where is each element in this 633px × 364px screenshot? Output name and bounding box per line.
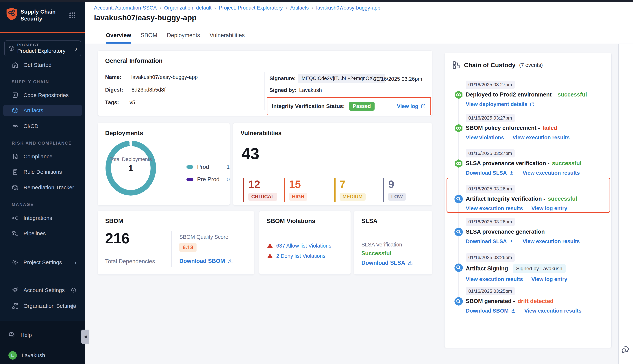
event-timestamp: 01/16/2025 03:26pm (466, 185, 515, 193)
sidebar-item-code-repositories[interactable]: Code Repositories (3, 90, 82, 101)
download-icon (509, 170, 514, 176)
view-execution-results-link[interactable]: View execution results (522, 238, 580, 244)
critical-badge: CRITICAL (248, 193, 277, 201)
tags-value: v5 (130, 100, 135, 106)
sidebar: Supply Chain Security PROJECT Product Ex… (0, 2, 85, 364)
info-icon (71, 303, 76, 309)
sbom-search-icon (454, 296, 464, 306)
sidebar-item-rule-definitions[interactable]: Rule Definitions (3, 166, 82, 178)
deny-list-violations-link[interactable]: 2 Deny list Violations (276, 253, 326, 259)
event-timestamp: 01/16/2025 03:25pm (466, 287, 515, 295)
prod-legend-value: 1 (226, 164, 230, 170)
sbom-total-label: Total Dependencies (105, 258, 155, 265)
allow-list-violations-link[interactable]: 637 Allow list Violations (276, 243, 331, 249)
event-status: successful (552, 160, 581, 166)
sidebar-collapse-handle[interactable]: ◀ (81, 330, 90, 344)
view-execution-results-link[interactable]: View execution results (524, 308, 582, 314)
breadcrumb-project[interactable]: Project: Product Exploratory (219, 5, 283, 11)
preprod-legend-swatch (186, 178, 194, 181)
integrations-share-icon (12, 214, 19, 222)
view-execution-results-link[interactable]: View execution results (512, 134, 570, 140)
signature-value-chip: MEQCICde2VjIT...bL+2+mqnOXw== (298, 74, 385, 83)
breadcrumb-artifacts[interactable]: Artifacts (290, 5, 308, 11)
high-count: 15 (289, 178, 307, 190)
slsa-card: SLSA SLSA Verification Successful Downlo… (354, 211, 432, 275)
event-timestamp: 01/16/2025 03:26pm (466, 254, 515, 262)
app-switcher-grid-icon[interactable] (68, 12, 76, 19)
download-slsa-link[interactable]: Download SLSA (466, 238, 514, 244)
breadcrumb-current[interactable]: lavakush07/easy-buggy-app (316, 5, 380, 11)
download-slsa-link[interactable]: Download SLSA (466, 170, 514, 176)
sidebar-item-remediation-tracker[interactable]: Remediation Tracker (3, 182, 82, 193)
tab-vulnerabilities[interactable]: Vulnerabilities (210, 27, 245, 44)
event-timestamp: 01/16/2025 03:27pm (466, 80, 515, 89)
window-top-strip (0, 0, 633, 2)
right-gutter (619, 44, 633, 364)
event-timestamp: 01/16/2025 03:27pm (466, 149, 515, 158)
view-execution-results-link[interactable]: View execution results (522, 170, 580, 176)
view-deployment-details-link[interactable]: View deployment details (466, 101, 535, 107)
project-selector[interactable]: PROJECT Product Exploratory › (4, 40, 81, 56)
sidebar-item-artifacts[interactable]: Artifacts (3, 105, 82, 116)
breadcrumb-organization[interactable]: Organization: default (164, 5, 211, 11)
preprod-legend-value: 0 (226, 176, 230, 182)
chevron-right-icon: › (74, 259, 76, 266)
chain-events-count: (7 events) (519, 62, 543, 68)
sidebar-section-manage: MANAGE (12, 202, 34, 207)
event-timestamp: 01/16/2025 03:26pm (466, 218, 515, 226)
sidebar-item-integrations[interactable]: Integrations (3, 212, 82, 224)
help-button[interactable]: Help (8, 332, 32, 339)
project-cube-icon (8, 45, 15, 52)
sidebar-item-organization-settings[interactable]: Organization Settings (3, 300, 82, 312)
sidebar-divider (4, 274, 81, 274)
external-link-icon (420, 104, 426, 109)
deployments-card: Deployments Total Deployments 1 Prod 1 P… (98, 123, 230, 206)
signature-date: 01/16/2025 03:26pm (374, 76, 422, 82)
compliance-document-icon (12, 153, 19, 160)
breadcrumb-separator: › (160, 5, 161, 11)
tab-deployments[interactable]: Deployments (167, 27, 200, 44)
feedback-chat-icon[interactable] (620, 344, 630, 354)
breadcrumb-account[interactable]: Account: Automation-SSCA (94, 5, 156, 11)
warning-triangle-icon (267, 253, 273, 259)
deployment-link-icon (454, 90, 464, 100)
slsa-verification-label: SLSA Verification (361, 242, 402, 248)
download-sbom-link[interactable]: Download SBOM (466, 308, 516, 314)
sidebar-item-account-settings[interactable]: Account Settings (3, 285, 82, 296)
sidebar-item-label: Pipelines (24, 230, 46, 236)
tab-overview[interactable]: Overview (106, 27, 131, 44)
download-sbom-link[interactable]: Download SBOM (179, 258, 233, 264)
donut-center-text: Total Deployments 1 (106, 156, 156, 173)
view-execution-results-link[interactable]: View execution results (466, 276, 523, 282)
prod-legend-label: Prod (197, 164, 209, 170)
view-log-entry-link[interactable]: View log entry (531, 276, 567, 282)
view-execution-results-link[interactable]: View execution results (466, 206, 523, 212)
sidebar-item-get-started[interactable]: Get Started (3, 60, 82, 70)
user-menu[interactable]: L Lavakush (8, 351, 45, 360)
view-log-entry-link[interactable]: View log entry (531, 206, 567, 212)
event-title: Deployed to Prod2 environment - (466, 91, 555, 98)
download-slsa-link[interactable]: Download SLSA (361, 260, 413, 266)
slsa-verification-status: Successful (361, 250, 392, 257)
code-repository-icon (12, 92, 19, 99)
stat-critical: 12 CRITICAL (243, 178, 277, 202)
sidebar-item-cicd[interactable]: CI/CD (3, 121, 82, 132)
integrity-status-label: Integrity Verification Status: (272, 103, 345, 109)
breadcrumb-separator: › (214, 5, 216, 11)
artifacts-cube-icon (12, 107, 19, 114)
view-violations-link[interactable]: View violations (466, 134, 504, 140)
sidebar-item-pipelines[interactable]: Pipelines (3, 228, 82, 239)
breadcrumb: Account: Automation-SSCA› Organization: … (94, 5, 380, 11)
sidebar-item-compliance[interactable]: Compliance (3, 151, 82, 162)
sidebar-item-project-settings[interactable]: Project Settings › (3, 257, 82, 268)
sidebar-item-label: Artifacts (24, 107, 43, 114)
preprod-legend-label: Pre Prod (197, 176, 220, 183)
tags-label: Tags: (105, 100, 119, 106)
artifact-name-value: lavakush07/easy-buggy-app (131, 74, 198, 80)
app-window: Supply Chain Security PROJECT Product Ex… (0, 0, 633, 364)
tab-sbom[interactable]: SBOM (141, 27, 157, 44)
low-count: 9 (388, 178, 406, 190)
view-log-link[interactable]: View log (397, 103, 426, 109)
prod-legend-swatch (186, 165, 194, 169)
sidebar-item-label: Account Settings (24, 287, 65, 293)
